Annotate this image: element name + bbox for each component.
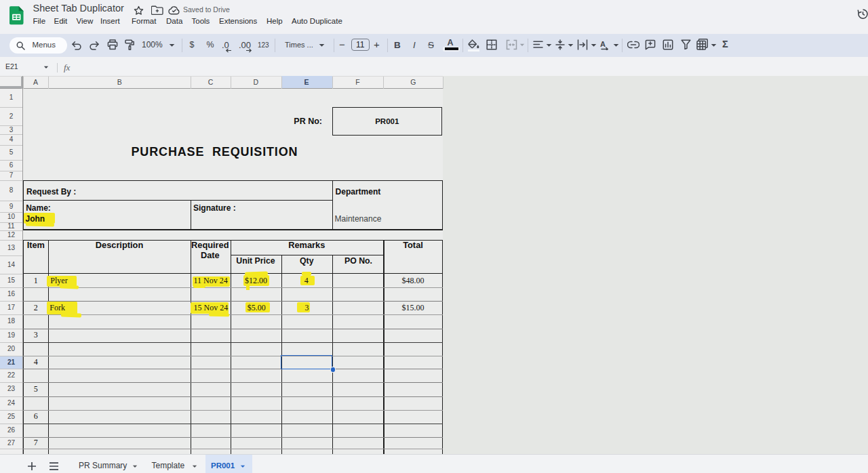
svg-text:.00: .00	[239, 40, 251, 50]
svg-text:A: A	[600, 40, 606, 48]
